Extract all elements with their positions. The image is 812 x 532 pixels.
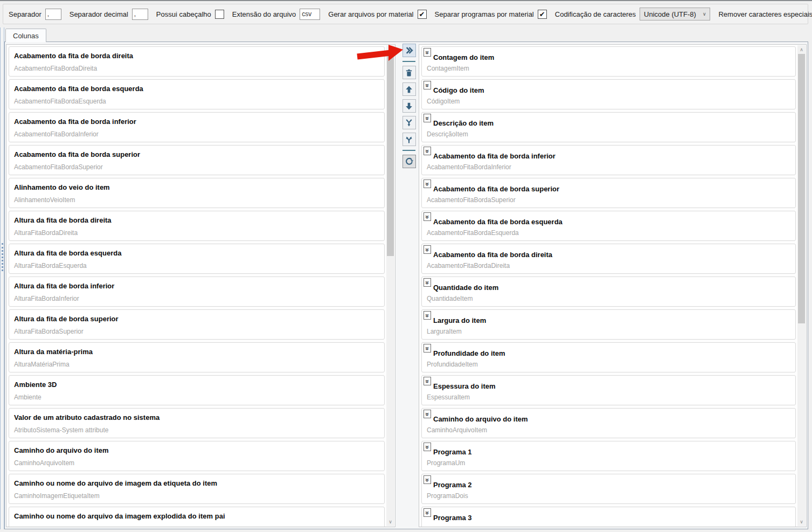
double-chevron-checkbox-icon[interactable]: » bbox=[424, 245, 431, 254]
move-down-button[interactable] bbox=[402, 99, 416, 113]
double-chevron-checkbox-icon[interactable]: » bbox=[424, 212, 431, 221]
double-chevron-checkbox-icon[interactable]: » bbox=[424, 475, 431, 484]
available-column-item[interactable]: Altura da fita de borda esquerda AlturaF… bbox=[9, 244, 385, 274]
selected-column-item[interactable]: » Profundidade do item ProfundidadeItem bbox=[421, 342, 796, 372]
scrollbar-thumb[interactable] bbox=[798, 54, 805, 323]
column-code: AlturaFitaBordaEsquerda bbox=[14, 262, 87, 270]
double-chevron-checkbox-icon[interactable]: » bbox=[424, 81, 431, 89]
encoding-select[interactable]: Unicode (UTF-8) ∨ bbox=[640, 8, 710, 20]
available-column-item[interactable]: Altura da fita de borda superior AlturaF… bbox=[9, 309, 385, 340]
encoding-field-group: Codificação de caracteres Unicode (UTF-8… bbox=[555, 8, 711, 20]
available-column-item[interactable]: Valor de um atributo cadastrado no siste… bbox=[9, 408, 385, 438]
column-title: Altura da fita de borda superior bbox=[14, 315, 119, 323]
files-per-material-label: Gerar arquivos por material bbox=[328, 10, 413, 18]
scroll-up-icon[interactable]: ∧ bbox=[797, 45, 806, 54]
column-title: Código do item bbox=[433, 86, 484, 94]
decimal-separator-field-group: Separador decimal bbox=[70, 9, 148, 20]
column-code: AcabamentoFitaBordaDireita bbox=[14, 65, 97, 72]
scroll-down-icon[interactable]: ∨ bbox=[797, 517, 806, 526]
scroll-up-icon[interactable]: ∧ bbox=[386, 45, 394, 54]
selected-column-item[interactable]: » Acabamento da fita de borda esquerda A… bbox=[421, 211, 796, 241]
programs-per-material-label: Separar programas por material bbox=[435, 10, 534, 18]
double-chevron-checkbox-icon[interactable]: » bbox=[424, 147, 431, 155]
available-column-item[interactable]: Altura da fita de borda direita AlturaFi… bbox=[9, 211, 385, 241]
available-column-item[interactable]: Acabamento da fita de borda superior Aca… bbox=[9, 145, 385, 175]
files-per-material-field-group: Gerar arquivos por material bbox=[328, 10, 426, 19]
column-title: Largura do item bbox=[433, 316, 486, 324]
refresh-button[interactable] bbox=[402, 155, 416, 168]
export-settings-window: Separador Separador decimal Possui cabeç… bbox=[0, 0, 812, 532]
selected-columns-list: » Contagem do item ContagemItem » Código… bbox=[421, 46, 796, 527]
column-code: AlturaFitaBordaSuperior bbox=[14, 328, 84, 335]
column-code: CaminhoArquivoItem bbox=[427, 426, 487, 434]
column-title: Programa 2 bbox=[433, 481, 472, 489]
double-chevron-checkbox-icon[interactable]: » bbox=[424, 410, 431, 418]
available-column-item[interactable]: Acabamento da fita de borda esquerda Aca… bbox=[9, 79, 385, 109]
available-column-item[interactable]: Altura da matéria-prima AlturaMatériaPri… bbox=[9, 342, 385, 372]
available-columns-list: Acabamento da fita de borda direita Acab… bbox=[9, 46, 385, 527]
available-column-item[interactable]: Caminho ou nome do arquivo da imagem exp… bbox=[9, 507, 385, 527]
column-action-buttons bbox=[401, 44, 417, 168]
column-code: ProgramaUm bbox=[427, 459, 465, 467]
selected-column-item[interactable]: » Programa 2 ProgramaDois bbox=[421, 474, 796, 504]
available-column-item[interactable]: Acabamento da fita de borda direita Acab… bbox=[9, 46, 385, 77]
available-columns-scrollbar[interactable]: ∧ ∨ bbox=[386, 45, 394, 526]
selected-column-item[interactable]: » Quantidade do item QuantidadeItem bbox=[421, 277, 796, 307]
separator-input[interactable] bbox=[45, 9, 61, 20]
selected-column-item[interactable]: » Programa 3 bbox=[421, 507, 796, 527]
files-per-material-checkbox[interactable] bbox=[418, 10, 427, 19]
scroll-down-icon[interactable]: ∨ bbox=[386, 517, 394, 526]
double-chevron-checkbox-icon[interactable]: » bbox=[424, 48, 431, 57]
double-chevron-checkbox-icon[interactable]: » bbox=[424, 508, 431, 517]
chevron-down-icon: ∨ bbox=[703, 11, 706, 17]
scrollbar-thumb[interactable] bbox=[387, 54, 394, 256]
double-chevron-checkbox-icon[interactable]: » bbox=[424, 377, 431, 385]
double-chevron-checkbox-icon[interactable]: » bbox=[424, 179, 431, 188]
file-extension-input[interactable] bbox=[300, 9, 320, 20]
available-column-item[interactable]: Caminho do arquivo do item CaminhoArquiv… bbox=[9, 441, 385, 471]
tab-colunas[interactable]: Colunas bbox=[5, 29, 46, 42]
selected-column-item[interactable]: » Largura do item LarguraItem bbox=[421, 309, 796, 340]
selected-column-item[interactable]: » Código do item CódigoItem bbox=[421, 79, 796, 109]
selected-column-item[interactable]: » Descrição do item DescriçãoItem bbox=[421, 112, 796, 142]
column-code: AcabamentoFitaBordaDireita bbox=[427, 262, 510, 270]
column-code: AcabamentoFitaBordaEsquerda bbox=[14, 98, 106, 105]
available-column-item[interactable]: Altura da fita de borda inferior AlturaF… bbox=[9, 277, 385, 307]
column-title: Altura da fita de borda esquerda bbox=[14, 249, 121, 257]
selected-column-item[interactable]: » Acabamento da fita de borda direita Ac… bbox=[421, 244, 796, 274]
decimal-separator-input[interactable] bbox=[132, 9, 148, 20]
available-column-item[interactable]: Alinhamento do veio do item AlinhamentoV… bbox=[9, 178, 385, 208]
selected-column-item[interactable]: » Contagem do item ContagemItem bbox=[421, 46, 796, 77]
available-column-item[interactable]: Caminho ou nome do arquivo de imagem da … bbox=[9, 474, 385, 504]
column-title: Espessura do item bbox=[433, 382, 496, 390]
available-column-item[interactable]: Ambiente 3D Ambiente bbox=[9, 375, 385, 405]
selected-column-item[interactable]: » Acabamento da fita de borda superior A… bbox=[421, 178, 796, 208]
selected-columns-scrollbar[interactable]: ∧ ∨ bbox=[797, 45, 806, 526]
double-chevron-checkbox-icon[interactable]: » bbox=[424, 311, 431, 320]
programs-per-material-checkbox[interactable] bbox=[538, 10, 547, 19]
column-title: Contagem do item bbox=[433, 53, 494, 61]
has-header-field-group: Possui cabeçalho bbox=[156, 10, 224, 19]
merge-columns-button[interactable] bbox=[402, 116, 416, 129]
column-title: Ambiente 3D bbox=[14, 381, 57, 389]
column-code: AlinhamentoVeioItem bbox=[14, 196, 75, 204]
double-chevron-checkbox-icon[interactable]: » bbox=[424, 443, 431, 451]
selected-column-item[interactable]: » Programa 1 ProgramaUm bbox=[421, 441, 796, 471]
has-header-checkbox[interactable] bbox=[215, 10, 224, 19]
selected-column-item[interactable]: » Acabamento da fita de borda inferior A… bbox=[421, 145, 796, 175]
double-chevron-checkbox-icon[interactable]: » bbox=[424, 114, 431, 122]
left-splitter-strip[interactable] bbox=[0, 27, 4, 529]
column-title: Acabamento da fita de borda superior bbox=[433, 185, 559, 193]
column-code: AcabamentoFitaBordaInferior bbox=[427, 163, 511, 171]
available-column-item[interactable]: Acabamento da fita de borda inferior Aca… bbox=[9, 112, 385, 142]
file-extension-field-group: Extensão do arquivo bbox=[232, 9, 321, 20]
split-columns-button[interactable] bbox=[402, 133, 416, 146]
double-chevron-checkbox-icon[interactable]: » bbox=[424, 344, 431, 353]
move-up-button[interactable] bbox=[402, 82, 416, 96]
add-all-columns-button[interactable] bbox=[402, 44, 416, 57]
double-chevron-checkbox-icon[interactable]: » bbox=[424, 278, 431, 287]
selected-column-item[interactable]: » Caminho do arquivo do item CaminhoArqu… bbox=[421, 408, 796, 438]
delete-column-button[interactable] bbox=[402, 66, 416, 79]
merge-icon bbox=[405, 119, 413, 127]
selected-column-item[interactable]: » Espessura do item EspessuraItem bbox=[421, 375, 796, 405]
